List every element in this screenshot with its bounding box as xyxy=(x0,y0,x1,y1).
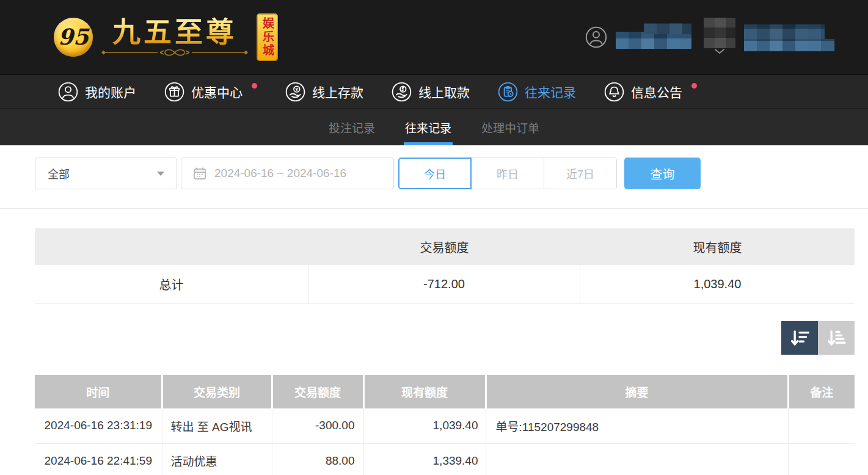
sort-descending-button[interactable] xyxy=(781,321,818,355)
sub-tabs: 投注记录 往来记录 处理中订单 xyxy=(0,109,868,145)
records-table: 时间 交易类别 交易额度 现有额度 摘要 备注 2024-06-16 23:31… xyxy=(35,375,855,475)
nav-label: 优惠中心 xyxy=(191,82,243,101)
section-divider xyxy=(0,208,868,209)
nav-label: 线上存款 xyxy=(312,82,363,101)
records-header-row: 时间 交易类别 交易额度 现有额度 摘要 备注 xyxy=(35,375,855,408)
nav-item-announcements[interactable]: 信息公告 xyxy=(604,82,697,102)
quick-date-group: 今日 昨日 近7日 xyxy=(398,158,617,189)
cell-summary: 单号:115207299848 xyxy=(486,408,788,443)
brand-name: 九五至尊 xyxy=(112,17,237,46)
flourish-ornament xyxy=(101,48,248,57)
col-header-balance: 现有额度 xyxy=(363,375,486,408)
caret-down-icon xyxy=(157,172,164,176)
col-header-amount: 交易额度 xyxy=(272,375,363,408)
table-row: 2024-06-16 22:41:59 活动优惠 88.00 1,339.40 xyxy=(35,443,855,475)
quick-btn-label: 近7日 xyxy=(566,165,594,181)
redacted-balance xyxy=(744,23,834,51)
cell-type: 活动优惠 xyxy=(162,443,272,475)
cell-remark xyxy=(788,408,855,443)
main-nav: 我的账户 优惠中心 线上存款 线上取款 xyxy=(0,75,868,109)
notification-dot xyxy=(691,83,697,89)
sort-descending-icon xyxy=(789,328,810,348)
col-header-type: 交易类别 xyxy=(162,375,272,408)
account-icon xyxy=(58,82,78,102)
nav-label: 信息公告 xyxy=(631,82,682,101)
logo-coin-icon: 95 xyxy=(54,18,93,57)
brand-logo[interactable]: 95 九五至尊 娱乐城 xyxy=(54,13,278,61)
summary-header-transaction: 交易额度 xyxy=(308,238,580,256)
calendar-icon xyxy=(192,166,207,181)
date-range-value: 2024-06-16 ~ 2024-06-16 xyxy=(214,167,346,180)
records-icon xyxy=(498,82,518,102)
tab-transaction-records[interactable]: 往来记录 xyxy=(404,109,453,145)
col-header-time: 时间 xyxy=(35,375,162,408)
brand-badge: 娱乐城 xyxy=(257,13,278,61)
summary-table: 交易额度 现有额度 总计 -712.00 1,039.40 xyxy=(35,228,855,304)
col-header-remark: 备注 xyxy=(788,375,855,408)
cell-amount: 88.00 xyxy=(272,443,363,475)
sort-toolbar xyxy=(0,321,855,355)
cell-balance: 1,339.40 xyxy=(363,443,486,475)
nav-item-deposit[interactable]: 线上存款 xyxy=(285,82,363,102)
tab-processing-orders[interactable]: 处理中订单 xyxy=(480,109,541,145)
bell-icon xyxy=(604,82,624,102)
cell-summary xyxy=(486,443,788,475)
summary-total-label: 总计 xyxy=(35,265,308,303)
nav-label: 我的账户 xyxy=(85,82,136,101)
deposit-icon xyxy=(285,82,305,102)
nav-item-withdraw[interactable]: 线上取款 xyxy=(392,82,470,102)
cell-time: 2024-06-16 23:31:19 xyxy=(35,408,162,443)
summary-header-balance: 现有额度 xyxy=(580,238,855,256)
query-button[interactable]: 查询 xyxy=(624,158,701,189)
user-area xyxy=(585,18,834,57)
cell-type: 转出 至 AG视讯 xyxy=(162,408,272,443)
quick-btn-label: 今日 xyxy=(424,165,446,181)
user-avatar-icon[interactable] xyxy=(585,26,607,48)
type-select[interactable]: 全部 xyxy=(35,158,177,189)
cell-time: 2024-06-16 22:41:59 xyxy=(35,443,162,475)
logo-number: 95 xyxy=(58,24,89,49)
notification-dot xyxy=(252,83,257,89)
nav-label: 线上取款 xyxy=(418,82,470,101)
col-header-summary: 摘要 xyxy=(486,375,788,408)
quick-btn-last7days[interactable]: 近7日 xyxy=(544,158,616,189)
nav-item-promotions[interactable]: 优惠中心 xyxy=(164,82,257,102)
sort-ascending-icon xyxy=(826,328,847,348)
redacted-username xyxy=(616,23,695,51)
nav-item-my-account[interactable]: 我的账户 xyxy=(58,82,136,102)
tab-label: 往来记录 xyxy=(405,119,451,136)
top-header: 95 九五至尊 娱乐城 xyxy=(0,0,868,75)
gift-icon xyxy=(164,82,184,102)
cell-balance: 1,039.40 xyxy=(363,408,486,443)
cell-remark xyxy=(788,443,855,475)
filter-bar: 全部 2024-06-16 ~ 2024-06-16 今日 昨日 近7日 查询 xyxy=(35,158,855,189)
quick-btn-label: 昨日 xyxy=(497,165,519,181)
quick-btn-yesterday[interactable]: 昨日 xyxy=(472,158,544,189)
quick-btn-today[interactable]: 今日 xyxy=(399,158,472,189)
type-select-value: 全部 xyxy=(48,165,70,181)
summary-transaction-total: -712.00 xyxy=(308,265,580,303)
date-range-input[interactable]: 2024-06-16 ~ 2024-06-16 xyxy=(181,158,394,189)
tab-betting-records[interactable]: 投注记录 xyxy=(327,109,376,145)
chevron-down-icon xyxy=(714,48,725,54)
tab-label: 投注记录 xyxy=(329,119,375,136)
nav-label: 往来记录 xyxy=(525,82,576,101)
table-row: 2024-06-16 23:31:19 转出 至 AG视讯 -300.00 1,… xyxy=(35,408,855,443)
summary-total-row: 总计 -712.00 1,039.40 xyxy=(35,265,855,304)
withdraw-icon xyxy=(392,82,412,102)
sort-ascending-button[interactable] xyxy=(818,321,855,355)
tab-label: 处理中订单 xyxy=(481,119,539,136)
nav-item-records[interactable]: 往来记录 xyxy=(498,82,576,102)
summary-balance-total: 1,039.40 xyxy=(580,265,855,303)
cell-amount: -300.00 xyxy=(272,408,363,443)
summary-header-row: 交易额度 现有额度 xyxy=(35,228,855,265)
redacted-level-dropdown[interactable] xyxy=(704,18,735,57)
brand-badge-text: 娱乐城 xyxy=(259,17,275,57)
